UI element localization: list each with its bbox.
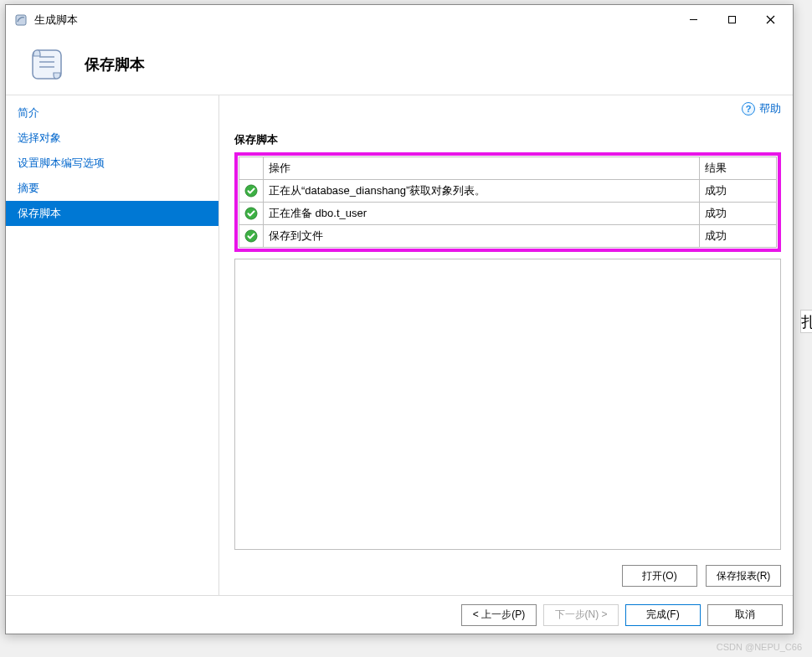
sidebar-item-label: 设置脚本编写选项 bbox=[18, 157, 105, 169]
window-title: 生成脚本 bbox=[34, 13, 78, 28]
wizard-window: 生成脚本 保存脚本 简介 选择对象 设置脚本编写选项 摘要 保存脚本 bbox=[5, 4, 794, 634]
cell-result: 成功 bbox=[700, 225, 777, 248]
watermark: CSDN @NEPU_C66 bbox=[717, 642, 802, 652]
page-heading: 保存脚本 bbox=[85, 54, 145, 74]
open-button[interactable]: 打开(O) bbox=[622, 565, 697, 587]
save-report-button[interactable]: 保存报表(R) bbox=[706, 565, 781, 587]
col-action: 操作 bbox=[264, 157, 700, 180]
success-icon bbox=[244, 184, 258, 198]
cell-result: 成功 bbox=[700, 203, 777, 225]
sidebar-item-intro[interactable]: 简介 bbox=[6, 100, 218, 126]
maximize-button[interactable] bbox=[712, 7, 751, 33]
cell-result: 成功 bbox=[700, 180, 777, 203]
content-panel: ? 帮助 保存脚本 操作 结果 正 bbox=[219, 95, 793, 595]
help-label: 帮助 bbox=[759, 101, 781, 116]
content-buttons: 打开(O) 保存报表(R) bbox=[234, 560, 781, 595]
cell-action: 正在从“database_dianshang”获取对象列表。 bbox=[264, 180, 700, 203]
col-status bbox=[239, 157, 264, 180]
titlebar: 生成脚本 bbox=[6, 5, 793, 34]
sidebar-item-label: 保存脚本 bbox=[18, 207, 61, 219]
wizard-footer: < 上一步(P) 下一步(N) > 完成(F) 取消 bbox=[6, 595, 793, 634]
minimize-button[interactable] bbox=[674, 7, 712, 33]
window-controls bbox=[674, 7, 789, 33]
table-row[interactable]: 保存到文件 成功 bbox=[239, 225, 777, 248]
table-header-row: 操作 结果 bbox=[239, 157, 777, 180]
app-icon bbox=[14, 13, 28, 27]
background-peek: 扎 bbox=[800, 310, 812, 333]
next-button: 下一步(N) > bbox=[543, 604, 619, 626]
success-icon bbox=[244, 229, 258, 243]
help-icon: ? bbox=[742, 102, 755, 115]
results-table: 操作 结果 正在从“database_dianshang”获取对象列表。 成功 bbox=[239, 157, 777, 248]
sidebar-item-label: 摘要 bbox=[18, 182, 39, 194]
finish-button[interactable]: 完成(F) bbox=[625, 604, 701, 626]
prev-button[interactable]: < 上一步(P) bbox=[461, 604, 537, 626]
section-title: 保存脚本 bbox=[234, 132, 781, 147]
sidebar-item-select-objects[interactable]: 选择对象 bbox=[6, 126, 218, 151]
cancel-button[interactable]: 取消 bbox=[707, 604, 783, 626]
details-pane bbox=[234, 259, 781, 550]
table-row[interactable]: 正在从“database_dianshang”获取对象列表。 成功 bbox=[239, 180, 777, 203]
sidebar-item-scripting-options[interactable]: 设置脚本编写选项 bbox=[6, 151, 218, 176]
table-row[interactable]: 正在准备 dbo.t_user 成功 bbox=[239, 203, 777, 225]
sidebar-item-save-script[interactable]: 保存脚本 bbox=[6, 201, 218, 226]
success-icon bbox=[244, 207, 258, 220]
cell-action: 正在准备 dbo.t_user bbox=[264, 203, 700, 225]
sidebar-item-label: 简介 bbox=[18, 106, 39, 119]
results-table-highlight: 操作 结果 正在从“database_dianshang”获取对象列表。 成功 bbox=[234, 152, 781, 252]
col-result: 结果 bbox=[700, 157, 777, 180]
svg-rect-2 bbox=[728, 17, 735, 23]
wizard-header: 保存脚本 bbox=[6, 34, 793, 95]
svg-rect-0 bbox=[16, 15, 26, 25]
cell-action: 保存到文件 bbox=[264, 225, 700, 248]
wizard-sidebar: 简介 选择对象 设置脚本编写选项 摘要 保存脚本 bbox=[6, 95, 219, 595]
script-scroll-icon bbox=[29, 44, 69, 86]
body: 简介 选择对象 设置脚本编写选项 摘要 保存脚本 ? 帮助 保存脚本 操作 结果 bbox=[6, 95, 793, 595]
close-button[interactable] bbox=[751, 7, 789, 33]
help-link[interactable]: ? 帮助 bbox=[234, 95, 781, 122]
sidebar-item-summary[interactable]: 摘要 bbox=[6, 176, 218, 201]
sidebar-item-label: 选择对象 bbox=[18, 131, 61, 144]
